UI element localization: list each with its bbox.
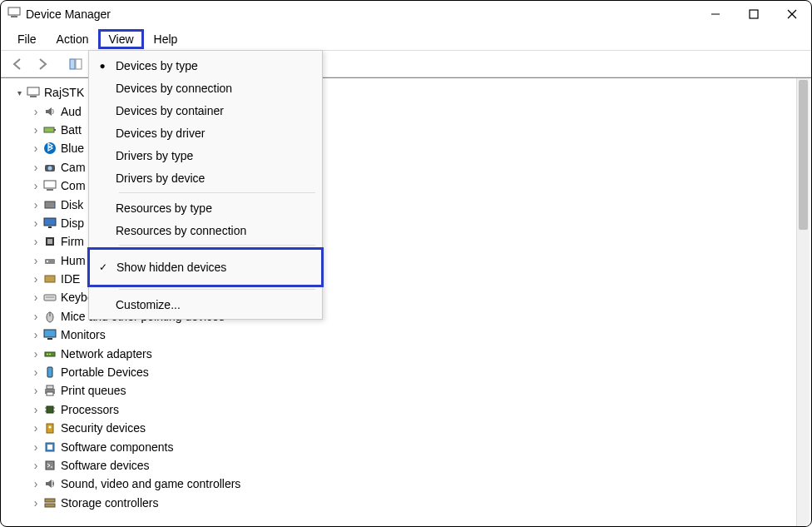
menu-customize[interactable]: Customize... bbox=[89, 293, 322, 316]
svg-rect-38 bbox=[47, 392, 53, 395]
softcomp-icon bbox=[42, 440, 57, 455]
expand-collapse-icon[interactable] bbox=[29, 310, 42, 323]
tree-node-label: Storage controllers bbox=[61, 496, 159, 510]
ide-icon bbox=[42, 271, 57, 286]
expand-collapse-icon[interactable] bbox=[29, 254, 42, 267]
tree-node-label: Network adapters bbox=[61, 347, 152, 360]
expand-collapse-icon[interactable] bbox=[29, 179, 42, 192]
expand-collapse-icon[interactable] bbox=[29, 142, 42, 155]
tree-node-label: Portable Devices bbox=[61, 365, 149, 379]
expand-collapse-icon[interactable] bbox=[29, 477, 42, 490]
expand-collapse-icon[interactable] bbox=[29, 161, 42, 174]
sound-icon bbox=[42, 476, 57, 491]
expand-collapse-icon[interactable] bbox=[29, 328, 42, 341]
network-icon bbox=[42, 346, 57, 361]
expand-collapse-icon[interactable] bbox=[29, 403, 42, 416]
tree-node[interactable]: Software components bbox=[29, 437, 791, 455]
svg-rect-6 bbox=[70, 59, 75, 69]
menu-action[interactable]: Action bbox=[47, 29, 99, 49]
tree-node-label: Software devices bbox=[61, 459, 150, 472]
portable-icon bbox=[42, 365, 57, 380]
menu-devices-by-driver[interactable]: Devices by driver bbox=[89, 122, 322, 144]
svg-rect-25 bbox=[45, 276, 55, 282]
menu-devices-by-type[interactable]: ●Devices by type bbox=[89, 54, 322, 77]
expand-collapse-icon[interactable] bbox=[29, 440, 42, 454]
menu-separator bbox=[119, 289, 315, 290]
tree-node-label: Software components bbox=[61, 440, 173, 454]
svg-rect-31 bbox=[47, 338, 52, 340]
expand-collapse-icon[interactable] bbox=[29, 272, 42, 286]
back-button[interactable] bbox=[6, 52, 29, 76]
expand-collapse-icon[interactable] bbox=[12, 88, 26, 97]
svg-point-14 bbox=[48, 166, 52, 170]
expand-collapse-icon[interactable] bbox=[29, 291, 42, 304]
menu-resources-by-type[interactable]: Resources by type bbox=[89, 196, 322, 219]
menu-resources-by-connection[interactable]: Resources by connection bbox=[89, 219, 322, 241]
tree-node[interactable]: Network adapters bbox=[29, 344, 791, 362]
tree-node[interactable]: Security devices bbox=[29, 419, 791, 437]
expand-collapse-icon[interactable] bbox=[29, 459, 42, 472]
menu-help[interactable]: Help bbox=[144, 29, 188, 49]
svg-rect-50 bbox=[45, 504, 55, 507]
expand-collapse-icon[interactable] bbox=[29, 347, 42, 360]
computer-icon bbox=[42, 178, 57, 193]
security-icon bbox=[42, 420, 57, 435]
tree-root-label: RajSTK bbox=[44, 86, 84, 99]
tree-node-label: Security devices bbox=[61, 421, 146, 435]
menu-show-hidden-devices[interactable]: ✓Show hidden devices bbox=[87, 247, 324, 287]
expand-collapse-icon[interactable] bbox=[29, 235, 42, 248]
camera-icon bbox=[42, 160, 57, 175]
window-titlebar: Device Manager bbox=[1, 1, 811, 27]
tree-node-label: IDE bbox=[61, 272, 80, 286]
audio-icon bbox=[42, 104, 57, 119]
expand-collapse-icon[interactable] bbox=[29, 384, 42, 397]
expand-collapse-icon[interactable] bbox=[29, 365, 42, 379]
expand-collapse-icon[interactable] bbox=[29, 105, 42, 118]
battery-icon bbox=[42, 122, 57, 137]
expand-collapse-icon[interactable] bbox=[29, 216, 42, 230]
menu-drivers-by-device[interactable]: Drivers by device bbox=[89, 167, 322, 189]
close-button[interactable] bbox=[773, 1, 811, 27]
svg-rect-30 bbox=[44, 330, 56, 337]
svg-rect-9 bbox=[30, 96, 37, 97]
cpu-icon bbox=[42, 402, 57, 417]
svg-point-33 bbox=[47, 353, 48, 355]
show-hide-tree-button[interactable] bbox=[64, 52, 87, 76]
firmware-icon bbox=[42, 234, 57, 249]
tree-node[interactable]: Monitors bbox=[29, 326, 791, 344]
tree-node[interactable]: Storage controllers bbox=[29, 494, 791, 512]
tree-node[interactable]: Portable Devices bbox=[29, 363, 791, 381]
expand-collapse-icon[interactable] bbox=[29, 198, 42, 211]
tree-node[interactable]: Sound, video and game controllers bbox=[29, 475, 791, 493]
menu-view[interactable]: View bbox=[98, 29, 143, 49]
menu-drivers-by-type[interactable]: Drivers by type bbox=[89, 144, 322, 167]
minimize-button[interactable] bbox=[696, 1, 735, 27]
tree-node[interactable]: Print queues bbox=[29, 381, 791, 400]
app-icon bbox=[7, 6, 21, 22]
svg-rect-11 bbox=[54, 129, 56, 131]
tree-node-label: Hum bbox=[61, 254, 86, 267]
vertical-scrollbar[interactable] bbox=[796, 78, 810, 527]
tree-node-label: Com bbox=[61, 179, 86, 192]
expand-collapse-icon[interactable] bbox=[29, 421, 42, 435]
menu-devices-by-connection[interactable]: Devices by connection bbox=[89, 77, 322, 99]
expand-collapse-icon[interactable] bbox=[29, 496, 42, 510]
svg-point-34 bbox=[49, 353, 51, 355]
tree-node[interactable]: Processors bbox=[29, 400, 791, 419]
forward-button[interactable] bbox=[31, 52, 54, 76]
svg-rect-0 bbox=[8, 7, 20, 15]
tree-node-label: Disp bbox=[61, 216, 84, 230]
menu-file[interactable]: File bbox=[7, 29, 47, 49]
svg-rect-49 bbox=[45, 499, 55, 502]
tree-node-label: Aud bbox=[61, 105, 82, 118]
hid-icon bbox=[42, 253, 57, 268]
window-title: Device Manager bbox=[26, 7, 696, 21]
computer-icon bbox=[26, 85, 41, 100]
menu-devices-by-container[interactable]: Devices by container bbox=[89, 99, 322, 122]
maximize-button[interactable] bbox=[735, 1, 773, 27]
mouse-icon bbox=[42, 309, 57, 324]
menubar: File Action View Help bbox=[1, 27, 811, 51]
svg-rect-20 bbox=[48, 226, 52, 228]
expand-collapse-icon[interactable] bbox=[29, 123, 42, 137]
tree-node[interactable]: Software devices bbox=[29, 456, 791, 475]
